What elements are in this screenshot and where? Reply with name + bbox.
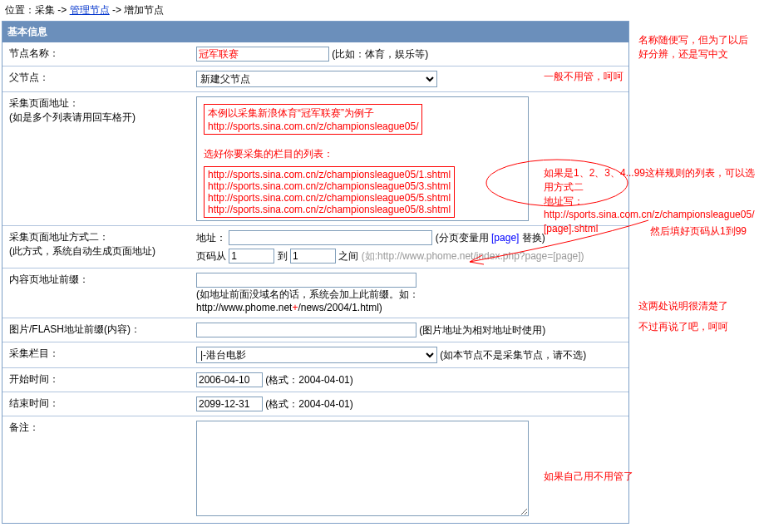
a4-l1: 这两处说明很清楚了 (638, 299, 755, 313)
cp-hint1: (如地址前面没域名的话，系统会加上此前缀。如： (196, 288, 419, 300)
label-flash-prefix: 图片/FLASH地址前缀(内容)： (2, 318, 190, 342)
annotation-4: 这两处说明很清楚了 不过再说了吧，呵呵 (638, 299, 755, 334)
hint-node-name: (比如：体育，娱乐等) (332, 48, 428, 60)
input-end-time[interactable] (196, 397, 263, 411)
label-page-url: 采集页面地址： (9, 96, 183, 111)
page-to-label: 到 (278, 250, 288, 262)
label-parent: 父节点： (2, 66, 190, 91)
pvh1: (分页变量用 (436, 232, 491, 244)
input-page-to[interactable] (290, 249, 336, 264)
page-between: 之间 (338, 250, 358, 262)
a3-l1: 如果是1、2、3、4...99这样规则的列表，可以选用方式二 (544, 166, 759, 195)
cp-hint2c: /news/2004/1.html) (298, 302, 382, 313)
breadcrumb-link[interactable]: 管理节点 (70, 4, 110, 16)
addr-label: 地址： (196, 232, 226, 244)
start-hint: (格式：2004-04-01) (265, 374, 352, 386)
label-method2: 采集页面地址方式二： (9, 230, 183, 244)
select-column[interactable]: |-港台电影 (196, 347, 437, 363)
breadcrumb-prefix: 位置：采集 -> (5, 4, 70, 16)
textarea-page-url[interactable]: 本例以采集新浪体育“冠军联赛”为例子 http://sports.sina.co… (196, 96, 529, 221)
select-parent[interactable]: 新建父节点 (196, 71, 437, 87)
page-from-label: 页码从 (196, 250, 226, 262)
input-page-from[interactable] (229, 249, 274, 264)
u2: http://sports.sina.com.cn/z/championslea… (208, 180, 451, 192)
annotation-2: 一般不用管，呵呵 (544, 70, 623, 84)
section-header: 基本信息 (2, 22, 628, 42)
pvh3: 替换) (519, 232, 545, 244)
page-example: (如:http://www.phome.net/index.php?page=[… (362, 250, 584, 262)
u4: http://sports.sina.com.cn/z/championslea… (208, 204, 451, 215)
url-list-box: http://sports.sina.com.cn/z/championslea… (204, 166, 455, 218)
label-start-time: 开始时间： (2, 368, 190, 392)
example-box: 本例以采集新浪体育“冠军联赛”为例子 http://sports.sina.co… (204, 104, 422, 135)
textarea-remark[interactable] (196, 421, 529, 516)
label-remark: 备注： (2, 416, 190, 439)
u3: http://sports.sina.com.cn/z/championslea… (208, 192, 451, 204)
a4-l2: 不过再说了吧，呵呵 (638, 320, 755, 334)
form-table: 基本信息 节点名称： (比如：体育，娱乐等) 父节点： 新建父节点 采集页面地址… (2, 21, 629, 524)
input-content-prefix[interactable] (196, 273, 416, 288)
url-prompt: 选好你要采集的栏目的列表： (204, 148, 521, 161)
cp-hint2a: http://www.phome.net (196, 302, 292, 313)
input-node-name[interactable] (196, 47, 329, 62)
ex-l2: http://sports.sina.com.cn/z/championslea… (208, 121, 418, 132)
end-hint: (格式：2004-04-01) (265, 398, 352, 410)
label-column: 采集栏目： (2, 342, 190, 367)
column-hint: (如本节点不是采集节点，请不选) (440, 349, 586, 361)
a3-l2: 地址写： (544, 195, 759, 209)
label-page-url-sub: (如是多个列表请用回车格开) (9, 111, 183, 125)
u1: http://sports.sina.com.cn/z/championslea… (208, 169, 451, 180)
breadcrumb: 位置：采集 -> 管理节点 -> 增加节点 (0, 0, 759, 21)
ex-l1: 本例以采集新浪体育“冠军联赛”为例子 (208, 106, 418, 121)
input-start-time[interactable] (196, 372, 263, 387)
input-addr[interactable] (229, 230, 432, 245)
annotation-3b: 然后填好页码从1到99 (650, 224, 747, 239)
label-method2-sub: (此方式，系统自动生成页面地址) (9, 244, 183, 259)
input-flash-prefix[interactable] (196, 323, 416, 337)
pvh2: [page] (491, 232, 519, 244)
annotation-1: 名称随便写，但为了以后好分辨，还是写中文 (638, 33, 755, 62)
label-end-time: 结束时间： (2, 392, 190, 416)
label-node-name: 节点名称： (2, 42, 190, 66)
breadcrumb-suffix: -> 增加节点 (110, 4, 165, 16)
flash-hint: (图片地址为相对地址时使用) (419, 324, 545, 336)
label-content-prefix: 内容页地址前缀： (2, 268, 190, 291)
annotation-5: 如果自己用不用管了 (544, 470, 633, 484)
